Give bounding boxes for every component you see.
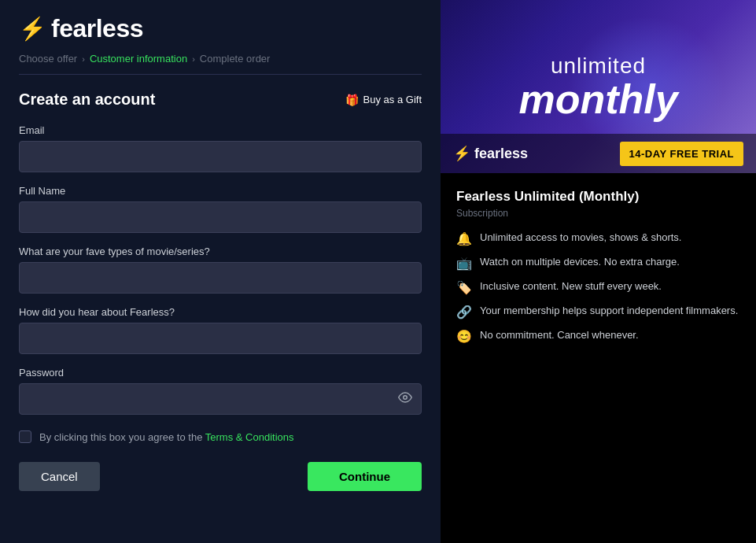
- feature-text: Unlimited access to movies, shows & shor…: [480, 231, 681, 243]
- movietype-input[interactable]: [19, 262, 422, 294]
- feature-list: 🔔 Unlimited access to movies, shows & sh…: [456, 231, 740, 344]
- fullname-input[interactable]: [19, 201, 422, 233]
- logo: ⚡ fearless: [19, 14, 143, 43]
- feature-icon: 😊: [456, 329, 472, 344]
- toggle-password-icon[interactable]: [398, 390, 412, 408]
- fullname-label: Full Name: [19, 185, 422, 197]
- breadcrumb-chevron2: ›: [192, 54, 195, 64]
- promo-bottom-bar: ⚡ fearless 14-DAY FREE TRIAL: [441, 134, 756, 173]
- breadcrumb-step1[interactable]: Choose offer: [19, 53, 77, 65]
- right-panel: unlimited monthly ⚡ fearless 14-DAY FREE…: [441, 0, 756, 543]
- email-label: Email: [19, 124, 422, 136]
- form-header: Create an account 🎁 Buy as a Gift: [19, 90, 422, 109]
- movietype-label: What are your fave types of movie/series…: [19, 246, 422, 257]
- promo-logo-text: fearless: [474, 146, 528, 162]
- breadcrumb-chevron1: ›: [82, 54, 85, 64]
- breadcrumb-step2: Customer information: [90, 53, 187, 65]
- logo-text: fearless: [51, 14, 143, 43]
- feature-item: 😊 No commitment. Cancel whenever.: [456, 329, 740, 344]
- feature-icon: 📺: [456, 256, 472, 271]
- feature-icon: 🔗: [456, 305, 472, 320]
- promo-unlimited-text: unlimited: [551, 54, 646, 79]
- feature-item: 🏷️ Inclusive content. New stuff every we…: [456, 280, 740, 295]
- hear-input[interactable]: [19, 323, 422, 354]
- feature-item: 🔗 Your membership helps support independ…: [456, 305, 740, 320]
- password-input[interactable]: [19, 383, 422, 415]
- terms-checkbox[interactable]: [19, 430, 31, 443]
- breadcrumb: Choose offer › Customer information › Co…: [0, 53, 441, 74]
- feature-item: 🔔 Unlimited access to movies, shows & sh…: [456, 231, 740, 246]
- fullname-group: Full Name: [19, 185, 422, 233]
- buttons-row: Cancel Continue: [19, 462, 422, 510]
- password-label: Password: [19, 367, 422, 379]
- terms-text: By clicking this box you agree to the Te…: [39, 431, 294, 443]
- terms-link[interactable]: Terms & Conditions: [205, 431, 294, 443]
- password-wrapper: [19, 383, 422, 415]
- feature-item: 📺 Watch on multiple devices. No extra ch…: [456, 256, 740, 271]
- promo-banner: unlimited monthly ⚡ fearless 14-DAY FREE…: [441, 0, 756, 173]
- feature-text: Your membership helps support independen…: [480, 305, 738, 316]
- logo-bolt-icon: ⚡: [19, 18, 46, 40]
- promo-monthly-text: monthly: [518, 79, 677, 120]
- feature-icon: 🏷️: [456, 280, 472, 295]
- hear-label: How did you hear about Fearless?: [19, 306, 422, 318]
- create-account-title: Create an account: [19, 90, 155, 109]
- password-group: Password: [19, 367, 422, 415]
- subscription-details: Fearless Unlimited (Monthly) Subscriptio…: [441, 173, 756, 543]
- feature-text: No commitment. Cancel whenever.: [480, 329, 639, 341]
- left-panel: ⚡ fearless Choose offer › Customer infor…: [0, 0, 441, 543]
- continue-button[interactable]: Continue: [308, 462, 422, 491]
- email-group: Email: [19, 124, 422, 172]
- feature-text: Watch on multiple devices. No extra char…: [480, 256, 680, 268]
- hear-group: How did you hear about Fearless?: [19, 306, 422, 354]
- breadcrumb-step3: Complete order: [200, 53, 271, 65]
- form-section: Create an account 🎁 Buy as a Gift Email …: [0, 75, 441, 543]
- promo-logo: ⚡ fearless: [453, 145, 528, 162]
- buy-as-gift-label: Buy as a Gift: [363, 94, 422, 105]
- email-input[interactable]: [19, 141, 422, 172]
- movietype-group: What are your fave types of movie/series…: [19, 246, 422, 294]
- svg-point-0: [404, 396, 408, 400]
- feature-text: Inclusive content. New stuff every week.: [480, 280, 662, 292]
- feature-icon: 🔔: [456, 231, 472, 246]
- subscription-type: Subscription: [456, 208, 740, 219]
- subscription-title: Fearless Unlimited (Monthly): [456, 189, 740, 205]
- promo-logo-bolt-icon: ⚡: [453, 145, 470, 162]
- cancel-button[interactable]: Cancel: [19, 462, 100, 491]
- gift-icon: 🎁: [345, 94, 359, 106]
- terms-row: By clicking this box you agree to the Te…: [19, 430, 422, 443]
- buy-as-gift-button[interactable]: 🎁 Buy as a Gift: [345, 94, 422, 106]
- header: ⚡ fearless: [0, 0, 441, 53]
- trial-badge: 14-DAY FREE TRIAL: [620, 142, 743, 166]
